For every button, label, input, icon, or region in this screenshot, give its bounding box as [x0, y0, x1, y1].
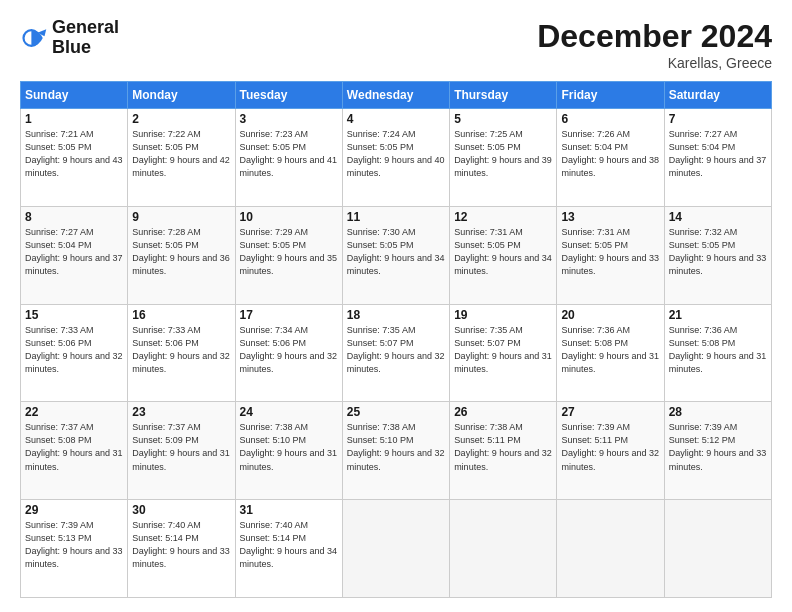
calendar-cell: 20Sunrise: 7:36 AMSunset: 5:08 PMDayligh… — [557, 304, 664, 402]
weekday-header: Sunday — [21, 82, 128, 109]
day-info: Sunrise: 7:23 AMSunset: 5:05 PMDaylight:… — [240, 128, 338, 180]
day-info: Sunrise: 7:31 AMSunset: 5:05 PMDaylight:… — [561, 226, 659, 278]
day-number: 1 — [25, 112, 123, 126]
day-info: Sunrise: 7:35 AMSunset: 5:07 PMDaylight:… — [347, 324, 445, 376]
calendar-cell: 29Sunrise: 7:39 AMSunset: 5:13 PMDayligh… — [21, 500, 128, 598]
calendar-cell: 7Sunrise: 7:27 AMSunset: 5:04 PMDaylight… — [664, 109, 771, 207]
day-info: Sunrise: 7:39 AMSunset: 5:13 PMDaylight:… — [25, 519, 123, 571]
calendar-cell: 19Sunrise: 7:35 AMSunset: 5:07 PMDayligh… — [450, 304, 557, 402]
day-info: Sunrise: 7:37 AMSunset: 5:09 PMDaylight:… — [132, 421, 230, 473]
calendar-cell: 28Sunrise: 7:39 AMSunset: 5:12 PMDayligh… — [664, 402, 771, 500]
calendar-cell: 16Sunrise: 7:33 AMSunset: 5:06 PMDayligh… — [128, 304, 235, 402]
day-info: Sunrise: 7:27 AMSunset: 5:04 PMDaylight:… — [25, 226, 123, 278]
calendar-cell: 5Sunrise: 7:25 AMSunset: 5:05 PMDaylight… — [450, 109, 557, 207]
day-number: 17 — [240, 308, 338, 322]
location: Karellas, Greece — [537, 55, 772, 71]
calendar-cell — [664, 500, 771, 598]
day-number: 29 — [25, 503, 123, 517]
day-number: 21 — [669, 308, 767, 322]
weekday-header: Tuesday — [235, 82, 342, 109]
calendar-week-row: 8Sunrise: 7:27 AMSunset: 5:04 PMDaylight… — [21, 206, 772, 304]
day-number: 4 — [347, 112, 445, 126]
day-number: 23 — [132, 405, 230, 419]
day-info: Sunrise: 7:39 AMSunset: 5:12 PMDaylight:… — [669, 421, 767, 473]
day-number: 2 — [132, 112, 230, 126]
day-info: Sunrise: 7:38 AMSunset: 5:11 PMDaylight:… — [454, 421, 552, 473]
day-info: Sunrise: 7:29 AMSunset: 5:05 PMDaylight:… — [240, 226, 338, 278]
calendar-week-row: 22Sunrise: 7:37 AMSunset: 5:08 PMDayligh… — [21, 402, 772, 500]
day-number: 14 — [669, 210, 767, 224]
calendar-cell: 17Sunrise: 7:34 AMSunset: 5:06 PMDayligh… — [235, 304, 342, 402]
day-info: Sunrise: 7:40 AMSunset: 5:14 PMDaylight:… — [240, 519, 338, 571]
title-block: December 2024 Karellas, Greece — [537, 18, 772, 71]
page: General Blue December 2024 Karellas, Gre… — [0, 0, 792, 612]
weekday-header: Saturday — [664, 82, 771, 109]
day-number: 7 — [669, 112, 767, 126]
header: General Blue December 2024 Karellas, Gre… — [20, 18, 772, 71]
day-number: 6 — [561, 112, 659, 126]
day-info: Sunrise: 7:37 AMSunset: 5:08 PMDaylight:… — [25, 421, 123, 473]
day-number: 15 — [25, 308, 123, 322]
calendar-header-row: SundayMondayTuesdayWednesdayThursdayFrid… — [21, 82, 772, 109]
calendar-cell: 30Sunrise: 7:40 AMSunset: 5:14 PMDayligh… — [128, 500, 235, 598]
day-number: 18 — [347, 308, 445, 322]
day-number: 10 — [240, 210, 338, 224]
calendar-cell: 4Sunrise: 7:24 AMSunset: 5:05 PMDaylight… — [342, 109, 449, 207]
day-info: Sunrise: 7:33 AMSunset: 5:06 PMDaylight:… — [25, 324, 123, 376]
calendar-cell: 3Sunrise: 7:23 AMSunset: 5:05 PMDaylight… — [235, 109, 342, 207]
day-number: 12 — [454, 210, 552, 224]
calendar-cell: 24Sunrise: 7:38 AMSunset: 5:10 PMDayligh… — [235, 402, 342, 500]
calendar-cell: 26Sunrise: 7:38 AMSunset: 5:11 PMDayligh… — [450, 402, 557, 500]
day-number: 16 — [132, 308, 230, 322]
day-info: Sunrise: 7:28 AMSunset: 5:05 PMDaylight:… — [132, 226, 230, 278]
day-number: 13 — [561, 210, 659, 224]
day-info: Sunrise: 7:35 AMSunset: 5:07 PMDaylight:… — [454, 324, 552, 376]
calendar-cell: 22Sunrise: 7:37 AMSunset: 5:08 PMDayligh… — [21, 402, 128, 500]
day-info: Sunrise: 7:30 AMSunset: 5:05 PMDaylight:… — [347, 226, 445, 278]
weekday-header: Thursday — [450, 82, 557, 109]
day-number: 3 — [240, 112, 338, 126]
day-info: Sunrise: 7:36 AMSunset: 5:08 PMDaylight:… — [561, 324, 659, 376]
calendar-week-row: 29Sunrise: 7:39 AMSunset: 5:13 PMDayligh… — [21, 500, 772, 598]
day-number: 9 — [132, 210, 230, 224]
day-info: Sunrise: 7:24 AMSunset: 5:05 PMDaylight:… — [347, 128, 445, 180]
day-info: Sunrise: 7:21 AMSunset: 5:05 PMDaylight:… — [25, 128, 123, 180]
day-info: Sunrise: 7:32 AMSunset: 5:05 PMDaylight:… — [669, 226, 767, 278]
weekday-header: Monday — [128, 82, 235, 109]
calendar-cell — [342, 500, 449, 598]
day-number: 8 — [25, 210, 123, 224]
day-info: Sunrise: 7:39 AMSunset: 5:11 PMDaylight:… — [561, 421, 659, 473]
day-info: Sunrise: 7:22 AMSunset: 5:05 PMDaylight:… — [132, 128, 230, 180]
calendar-cell: 8Sunrise: 7:27 AMSunset: 5:04 PMDaylight… — [21, 206, 128, 304]
day-number: 24 — [240, 405, 338, 419]
day-info: Sunrise: 7:40 AMSunset: 5:14 PMDaylight:… — [132, 519, 230, 571]
day-info: Sunrise: 7:26 AMSunset: 5:04 PMDaylight:… — [561, 128, 659, 180]
calendar-cell — [450, 500, 557, 598]
calendar-cell — [557, 500, 664, 598]
day-number: 26 — [454, 405, 552, 419]
calendar-week-row: 15Sunrise: 7:33 AMSunset: 5:06 PMDayligh… — [21, 304, 772, 402]
calendar-cell: 21Sunrise: 7:36 AMSunset: 5:08 PMDayligh… — [664, 304, 771, 402]
calendar-week-row: 1Sunrise: 7:21 AMSunset: 5:05 PMDaylight… — [21, 109, 772, 207]
day-info: Sunrise: 7:27 AMSunset: 5:04 PMDaylight:… — [669, 128, 767, 180]
calendar-cell: 18Sunrise: 7:35 AMSunset: 5:07 PMDayligh… — [342, 304, 449, 402]
day-number: 30 — [132, 503, 230, 517]
calendar-table: SundayMondayTuesdayWednesdayThursdayFrid… — [20, 81, 772, 598]
calendar-cell: 27Sunrise: 7:39 AMSunset: 5:11 PMDayligh… — [557, 402, 664, 500]
day-number: 27 — [561, 405, 659, 419]
day-info: Sunrise: 7:34 AMSunset: 5:06 PMDaylight:… — [240, 324, 338, 376]
calendar-cell: 14Sunrise: 7:32 AMSunset: 5:05 PMDayligh… — [664, 206, 771, 304]
day-info: Sunrise: 7:31 AMSunset: 5:05 PMDaylight:… — [454, 226, 552, 278]
day-number: 22 — [25, 405, 123, 419]
day-info: Sunrise: 7:25 AMSunset: 5:05 PMDaylight:… — [454, 128, 552, 180]
day-number: 28 — [669, 405, 767, 419]
calendar-cell: 1Sunrise: 7:21 AMSunset: 5:05 PMDaylight… — [21, 109, 128, 207]
day-info: Sunrise: 7:38 AMSunset: 5:10 PMDaylight:… — [347, 421, 445, 473]
calendar-cell: 31Sunrise: 7:40 AMSunset: 5:14 PMDayligh… — [235, 500, 342, 598]
month-title: December 2024 — [537, 18, 772, 55]
calendar-cell: 9Sunrise: 7:28 AMSunset: 5:05 PMDaylight… — [128, 206, 235, 304]
day-info: Sunrise: 7:36 AMSunset: 5:08 PMDaylight:… — [669, 324, 767, 376]
weekday-header: Friday — [557, 82, 664, 109]
calendar-cell: 25Sunrise: 7:38 AMSunset: 5:10 PMDayligh… — [342, 402, 449, 500]
logo-text: General Blue — [52, 18, 119, 58]
